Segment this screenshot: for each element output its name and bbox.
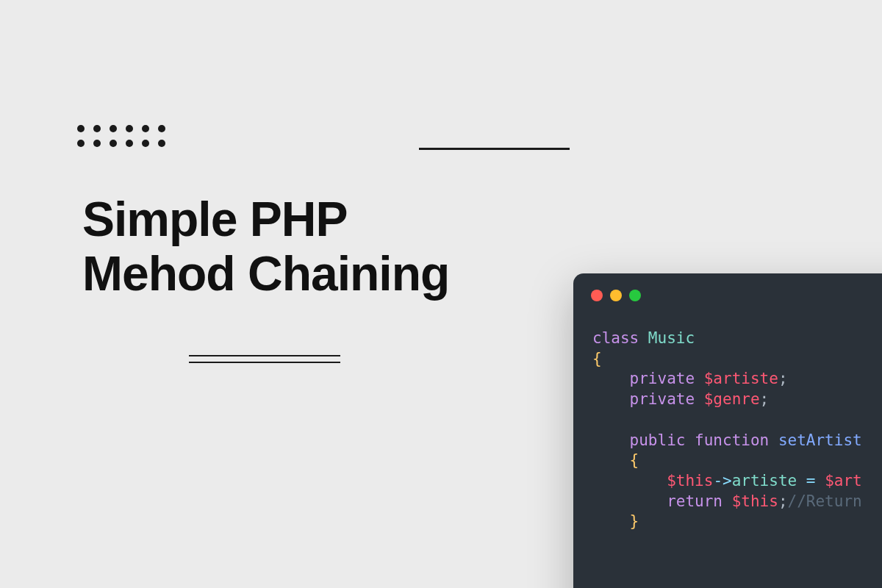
code-prop: artiste — [732, 472, 797, 490]
window-traffic-lights — [591, 290, 641, 301]
code-keyword: public — [592, 431, 685, 449]
page-title: Simple PHP Mehod Chaining — [82, 193, 449, 301]
code-var: $this — [723, 492, 778, 510]
code-keyword: class — [592, 329, 639, 347]
minimize-icon — [610, 290, 622, 301]
code-var: $genre — [695, 390, 760, 408]
code-func: setArtist — [769, 431, 861, 449]
title-line-1: Simple PHP — [82, 192, 347, 246]
code-comment: //Return — [788, 492, 862, 510]
code-classname: Music — [639, 329, 695, 347]
code-keyword: private — [592, 370, 695, 387]
code-punct: ; — [778, 492, 788, 510]
code-var: $art — [825, 472, 862, 490]
code-brace: { — [592, 451, 639, 469]
code-brace: } — [592, 512, 639, 530]
double-line-decor — [189, 355, 340, 368]
code-keyword: return — [592, 492, 723, 510]
maximize-icon — [629, 290, 641, 301]
code-arrow: -> — [713, 472, 731, 490]
code-brace: { — [592, 350, 602, 368]
close-icon — [591, 290, 603, 301]
code-punct: ; — [778, 370, 788, 387]
code-keyword: private — [592, 390, 695, 408]
horiz-line-decor — [419, 148, 570, 150]
code-keyword: function — [685, 431, 769, 449]
title-line-2: Mehod Chaining — [82, 246, 449, 301]
code-var: $artiste — [695, 370, 778, 387]
code-punct: ; — [760, 390, 770, 408]
code-snippet: class Music { private $artiste; private … — [592, 329, 862, 532]
code-window: class Music { private $artiste; private … — [573, 273, 882, 588]
dot-grid-decor — [77, 125, 165, 147]
code-op: = — [797, 472, 825, 490]
code-var: $this — [592, 472, 713, 490]
